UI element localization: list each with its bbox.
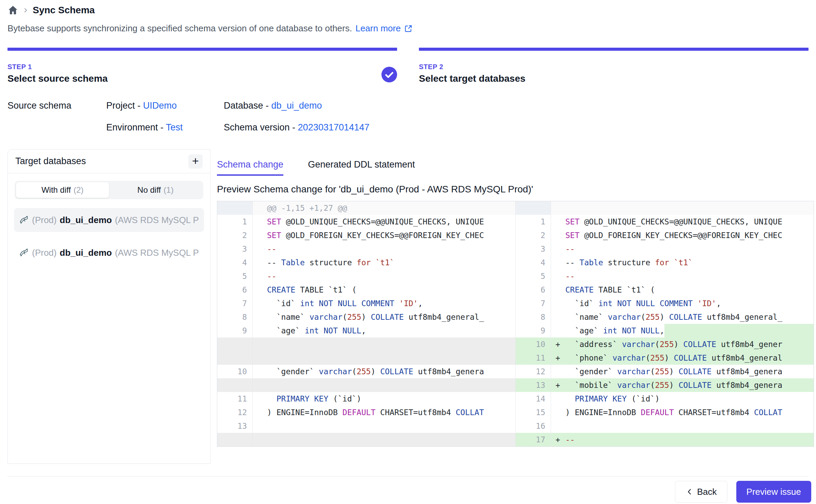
tab-generated-ddl[interactable]: Generated DDL statement xyxy=(308,159,415,176)
added-marker: + xyxy=(555,340,560,349)
code-token: ) ENGINE=InnoDB xyxy=(565,408,641,417)
code-token: structure xyxy=(603,258,655,267)
code-token: ) ENGINE=InnoDB xyxy=(267,408,343,417)
diff-row: 16 xyxy=(516,419,814,433)
add-target-database-button[interactable]: + xyxy=(188,154,203,169)
diff-row: 1SET @OLD_UNIQUE_CHECKS=@@UNIQUE_CHECKS,… xyxy=(217,215,515,229)
code-line: CREATE TABLE `t1` ( xyxy=(253,283,515,297)
tab-schema-change[interactable]: Schema change xyxy=(217,159,283,176)
diff-row: 8 `name` varchar(255) COLLATE utf8mb4_ge… xyxy=(516,310,814,324)
code-token: varchar xyxy=(319,367,352,376)
step-1-title: Select source schema xyxy=(7,73,397,84)
diff-pane-left: @@ -1,15 +1,27 @@1SET @OLD_UNIQUE_CHECKS… xyxy=(217,201,516,446)
line-number: 3 xyxy=(516,242,551,256)
code-token: SET xyxy=(565,217,580,226)
source-field-label: Database - xyxy=(224,100,271,111)
tab-with-diff[interactable]: With diff(2) xyxy=(16,182,109,198)
line-number: 8 xyxy=(217,310,253,324)
preview-issue-button[interactable]: Preview issue xyxy=(736,481,811,503)
code-line: `id` int NOT NULL COMMENT 'ID', xyxy=(551,297,814,310)
diff-row xyxy=(217,433,515,446)
back-button[interactable]: Back xyxy=(675,481,727,503)
code-token: 255 xyxy=(655,367,669,376)
code-token: COLLATE xyxy=(371,313,404,321)
code-token: 255 xyxy=(645,313,660,321)
line-number xyxy=(217,351,253,365)
code-token: CHARSET=utf8mb4 xyxy=(674,408,754,417)
database-instance: (AWS RDS MySQL Prod) xyxy=(115,215,199,225)
sync-schema-page: › Sync Schema Bytebase supports synchron… xyxy=(0,0,816,504)
code-token: ( xyxy=(650,367,655,376)
database-name: db_ui_demo xyxy=(60,215,112,225)
code-token: Table xyxy=(281,258,305,267)
diff-row: 1SET @OLD_UNIQUE_CHECKS=@@UNIQUE_CHECKS,… xyxy=(516,215,814,229)
database-environment: (Prod) xyxy=(32,215,57,225)
code-token: ) xyxy=(361,313,371,321)
code-token: utf8mb4_general_ xyxy=(404,313,484,321)
line-number: 5 xyxy=(217,269,253,283)
database-name: db_ui_demo xyxy=(60,248,112,258)
breadcrumb-chevron-icon: › xyxy=(24,4,27,15)
code-token: SET xyxy=(565,231,580,240)
code-line: -- Table structure for `t1` xyxy=(551,256,814,269)
mysql-icon xyxy=(19,248,29,258)
code-token: varchar xyxy=(310,313,343,321)
line-number: 17 xyxy=(516,433,551,446)
code-token: @OLD_FOREIGN_KEY_CHECKS=@@FOREIGN_KEY_CH… xyxy=(281,231,484,240)
code-token: NOT NULL xyxy=(617,299,655,308)
diff-row: 15) ENGINE=InnoDB DEFAULT CHARSET=utf8mb… xyxy=(516,406,814,419)
code-line xyxy=(253,337,515,351)
page-description: Bytebase supports synchronizing a specif… xyxy=(7,23,413,34)
code-token: ) xyxy=(674,340,684,349)
tab-no-diff[interactable]: No diff(1) xyxy=(109,182,202,198)
footer-divider xyxy=(7,476,809,476)
step-2: STEP 2 Select target databases xyxy=(419,48,809,84)
target-database-item[interactable]: (Prod)db_ui_demo(AWS RDS MySQL Prod) xyxy=(14,208,204,232)
line-number: 2 xyxy=(516,229,551,242)
source-field-value-link[interactable]: UIDemo xyxy=(143,100,177,111)
target-database-item[interactable]: (Prod)db_ui_demo(AWS RDS MySQL Prod) xyxy=(14,241,204,265)
code-token: ) xyxy=(664,353,674,362)
hunk-header-text xyxy=(551,201,814,215)
tab-count: (1) xyxy=(163,185,173,195)
code-line xyxy=(253,378,515,392)
line-number: 6 xyxy=(217,283,253,297)
code-token: varchar xyxy=(612,353,645,362)
code-token: utf8mb4_general xyxy=(707,353,782,362)
code-token: utf8mb4_gener xyxy=(716,340,782,349)
code-token xyxy=(617,326,622,335)
code-token: -- xyxy=(565,272,575,281)
code-token: 'ID' xyxy=(399,299,418,308)
code-token: CREATE xyxy=(267,285,295,294)
code-line: SET @OLD_UNIQUE_CHECKS=@@UNIQUE_CHECKS, … xyxy=(551,215,814,229)
code-token: int xyxy=(305,326,319,335)
code-line: `age` int NOT NULL, xyxy=(551,324,814,337)
code-token: varchar xyxy=(617,381,650,390)
home-icon[interactable] xyxy=(7,5,18,16)
code-line: + `mobile` varchar(255) COLLATE utf8mb4_… xyxy=(551,378,814,392)
code-token xyxy=(655,299,660,308)
target-database-list: (Prod)db_ui_demo(AWS RDS MySQL Prod)(Pro… xyxy=(8,208,210,265)
diff-row: 13+ `mobile` varchar(255) COLLATE utf8mb… xyxy=(516,378,814,392)
code-token: `id` xyxy=(267,299,300,308)
source-field-value-link[interactable]: 20230317014147 xyxy=(298,122,370,132)
code-line: -- Table structure for `t1` xyxy=(253,256,515,269)
diff-row: 3-- xyxy=(217,242,515,256)
code-token: for `t1` xyxy=(357,258,394,267)
line-number: 3 xyxy=(217,242,253,256)
step-1: STEP 1 Select source schema xyxy=(7,48,397,84)
code-token: COLLATE xyxy=(683,340,716,349)
code-token: -- xyxy=(267,245,277,253)
learn-more-link[interactable]: Learn more xyxy=(356,23,413,34)
target-databases-title: Target databases xyxy=(15,156,86,167)
source-field-value-link[interactable]: db_ui_demo xyxy=(271,100,322,111)
code-token: ( xyxy=(352,367,357,376)
step-1-label: STEP 1 xyxy=(7,63,397,71)
diff-row: 10 `gender` varchar(255) COLLATE utf8mb4… xyxy=(217,365,515,378)
code-token: `phone` xyxy=(565,353,612,362)
diff-row: 4-- Table structure for `t1` xyxy=(217,256,515,269)
source-field-value-link[interactable]: Test xyxy=(166,122,183,132)
code-token: COLLAT xyxy=(456,408,484,417)
code-token: `gender` xyxy=(565,367,617,376)
code-token: `name` xyxy=(565,313,608,321)
